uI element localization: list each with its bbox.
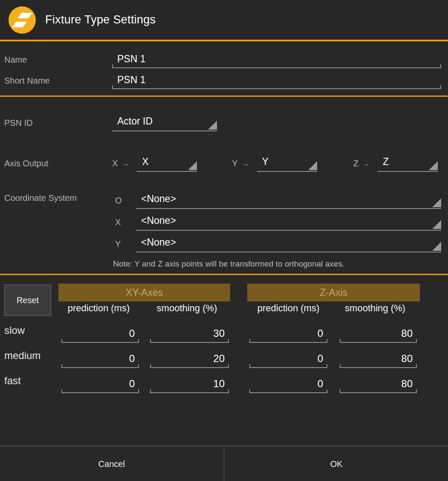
row-label-fast: fast	[0, 368, 55, 393]
coord-o-dropdown[interactable]: <None>	[136, 193, 441, 209]
axis-x-source-label: X	[112, 159, 118, 172]
psn-id-label: PSN ID	[0, 118, 112, 131]
medium-xy-smoothing-input[interactable]	[155, 353, 225, 365]
logo-parallelogram-top	[17, 13, 32, 18]
row-label-slow: slow	[0, 318, 55, 343]
axis-map-y: Y → Y	[232, 156, 317, 172]
ok-button[interactable]: OK	[225, 447, 448, 481]
fast-z-prediction-underline	[249, 378, 327, 393]
coord-origin-row: O <None>	[112, 193, 441, 209]
psn-id-dropdown[interactable]: Actor ID	[112, 116, 217, 131]
axis-x-value: X	[142, 156, 148, 167]
medium-z-smoothing-input[interactable]	[345, 353, 413, 365]
psn-id-row: PSN ID Actor ID	[0, 116, 448, 131]
dialog-footer: Cancel OK	[0, 445, 448, 481]
coordinate-system-row: Coordinate System O <None> X <None> Y <N…	[0, 193, 448, 258]
axis-output-row: Axis Output X → X Y → Y Z → Z	[0, 156, 448, 172]
xy-prediction-column-header: prediction (ms)	[55, 301, 142, 318]
fast-z-prediction-input[interactable]	[254, 378, 323, 390]
coord-x-label: X	[112, 217, 136, 231]
section-divider-1	[0, 96, 448, 97]
medium-z-prediction-underline	[249, 353, 327, 368]
logo-parallelogram-bottom	[12, 22, 26, 27]
medium-xy-prediction-input[interactable]	[66, 353, 135, 365]
section-divider-2	[0, 274, 448, 275]
slow-z-smoothing-input[interactable]	[345, 327, 413, 339]
medium-z-prediction-input[interactable]	[254, 353, 323, 365]
cancel-button[interactable]: Cancel	[0, 447, 223, 481]
axis-z-value: Z	[383, 156, 389, 167]
reset-button[interactable]: Reset	[4, 284, 51, 316]
axis-y-dropdown[interactable]: Y	[257, 156, 317, 172]
axis-y-value: Y	[262, 156, 269, 167]
axis-z-dropdown[interactable]: Z	[378, 156, 438, 172]
axis-map-x: X → X	[112, 156, 197, 172]
fast-xy-smoothing-underline	[150, 378, 229, 393]
coord-o-value: <None>	[141, 193, 176, 204]
xy-axes-group-header: XY-Axes	[58, 284, 230, 301]
slow-xy-smoothing-input[interactable]	[155, 327, 225, 339]
fast-xy-smoothing-input[interactable]	[155, 378, 225, 390]
axis-z-source-label: Z	[353, 159, 358, 172]
coord-o-label: O	[112, 196, 136, 209]
fixture-type-settings-dialog: Fixture Type Settings Name Short Name PS…	[0, 0, 448, 481]
short-name-input[interactable]	[117, 74, 437, 86]
short-name-label: Short Name	[0, 76, 112, 89]
zactrack-logo-icon	[9, 6, 36, 34]
medium-xy-smoothing-underline	[150, 353, 229, 368]
coord-x-row: X <None>	[112, 215, 441, 231]
fast-xy-prediction-underline	[61, 378, 139, 393]
axis-x-dropdown[interactable]: X	[137, 156, 197, 172]
orthogonal-axes-note: Note: Y and Z axis points will be transf…	[113, 259, 448, 269]
name-label: Name	[0, 55, 112, 68]
coord-y-value: <None>	[141, 237, 176, 248]
dialog-titlebar: Fixture Type Settings	[0, 0, 448, 40]
coord-x-dropdown[interactable]: <None>	[136, 215, 441, 231]
tracking-settings-table: Reset XY-Axes Z-Axis prediction (ms) smo…	[0, 284, 448, 393]
name-field-underline	[112, 53, 441, 68]
slow-z-prediction-input[interactable]	[254, 327, 323, 339]
name-input[interactable]	[117, 53, 437, 65]
coordinate-system-label: Coordinate System	[0, 193, 112, 206]
slow-xy-prediction-underline	[61, 327, 139, 343]
short-name-field-underline	[112, 74, 441, 89]
z-axis-group-header: Z-Axis	[247, 284, 420, 301]
coord-y-dropdown[interactable]: <None>	[136, 237, 441, 252]
arrow-right-icon: →	[118, 159, 129, 172]
dialog-title: Fixture Type Settings	[45, 13, 156, 26]
group-gap	[232, 284, 246, 301]
slow-z-smoothing-underline	[340, 327, 417, 343]
axis-y-source-label: Y	[232, 159, 237, 172]
xy-smoothing-column-header: smoothing (%)	[142, 301, 232, 318]
arrow-right-icon: →	[238, 159, 249, 172]
header-divider	[0, 40, 448, 41]
row-label-medium: medium	[0, 343, 55, 368]
fast-xy-prediction-input[interactable]	[66, 378, 135, 390]
axis-output-label: Axis Output	[0, 159, 112, 172]
coord-y-row: Y <None>	[112, 237, 441, 252]
slow-xy-smoothing-underline	[150, 327, 229, 343]
slow-z-prediction-underline	[249, 327, 327, 343]
medium-xy-prediction-underline	[61, 353, 139, 368]
name-row: Name	[0, 53, 448, 68]
fast-z-smoothing-input[interactable]	[345, 378, 413, 390]
arrow-right-icon: →	[358, 159, 370, 172]
medium-z-smoothing-underline	[340, 353, 417, 368]
psn-id-value: Actor ID	[117, 116, 153, 127]
axis-map-z: Z → Z	[353, 156, 438, 172]
short-name-row: Short Name	[0, 74, 448, 89]
coord-y-label: Y	[112, 239, 136, 252]
z-prediction-column-header: prediction (ms)	[246, 301, 330, 318]
slow-xy-prediction-input[interactable]	[66, 327, 135, 339]
fast-z-smoothing-underline	[340, 378, 417, 393]
coord-x-value: <None>	[141, 215, 176, 226]
z-smoothing-column-header: smoothing (%)	[330, 301, 420, 318]
